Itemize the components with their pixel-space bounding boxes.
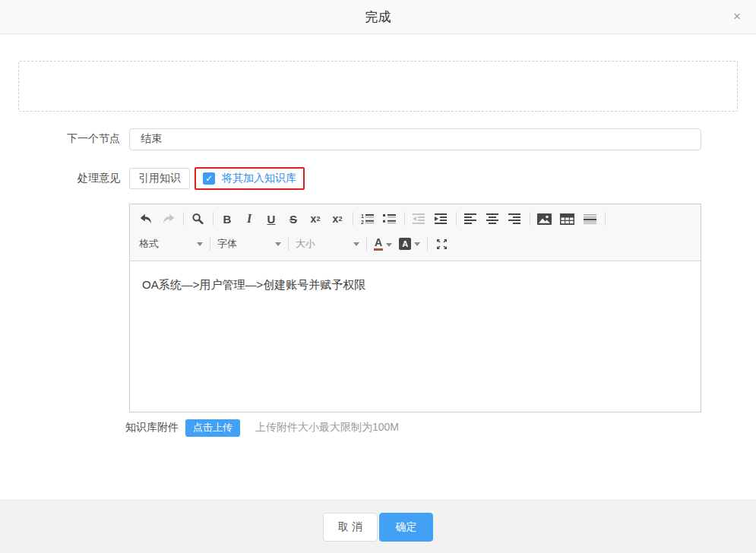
chevron-down-icon [414,242,420,246]
image-icon[interactable] [537,210,552,228]
align-center-icon[interactable] [486,210,499,228]
numbered-list-icon[interactable]: 12 [360,210,374,228]
superscript-icon[interactable]: x2 [331,210,344,228]
editor-content[interactable]: OA系统—>用户管理—>创建账号并赋予权限 [130,261,701,415]
redo-icon[interactable] [161,210,175,228]
rich-text-editor: B I U S x2 x2 12 [129,204,701,412]
add-to-knowledge-base-checkbox[interactable]: ✓ [203,172,215,185]
attachment-row: 知识库附件 点击上传 上传附件大小最大限制为100M [125,419,399,437]
format-select[interactable]: 格式 [139,235,203,253]
next-node-row: 下一个节点 [0,128,756,150]
chevron-down-icon [275,242,281,246]
bulleted-list-icon[interactable] [382,210,396,228]
opinion-row: 处理意见 引用知识 ✓ 将其加入知识库 [0,167,756,190]
chevron-down-icon [386,243,392,247]
toolbar-separator [404,212,405,226]
upload-size-hint: 上传附件大小最大限制为100M [255,421,399,434]
attachment-label: 知识库附件 [125,421,179,434]
size-select-label: 大小 [296,237,315,251]
opinion-label: 处理意见 [0,172,120,185]
size-select[interactable]: 大小 [296,235,359,253]
toolbar-separator [183,212,184,226]
format-select-label: 格式 [139,237,159,251]
toolbar-separator [605,212,606,226]
underline-icon[interactable]: U [264,210,278,228]
toolbar-separator [456,212,457,226]
subscript-base: x [311,213,317,225]
superscript-base: x [333,213,339,225]
toolbar-separator [288,237,289,251]
check-icon: ✓ [205,173,213,184]
toolbar-separator [210,237,210,251]
text-color-button[interactable]: A [374,237,392,251]
add-to-knowledge-base-group: ✓ 将其加入知识库 [195,167,305,190]
background-color-icon: A [399,238,411,250]
align-right-icon[interactable] [508,210,521,228]
dropzone-placeholder [18,61,738,112]
chevron-down-icon [353,242,359,246]
maximize-icon[interactable] [435,235,448,253]
confirm-button[interactable]: 确定 [379,513,433,542]
subscript-icon[interactable]: x2 [308,210,322,228]
background-color-button[interactable]: A [399,238,420,250]
align-left-icon[interactable] [463,210,477,228]
bold-icon[interactable]: B [220,210,234,228]
svg-text:1: 1 [361,213,364,219]
svg-text:2: 2 [361,220,364,225]
toolbar-separator [366,237,367,251]
toolbar-row-2: 格式 字体 大小 A A [139,232,691,256]
subscript-digit: 2 [316,215,320,223]
close-icon[interactable]: × [729,8,745,25]
next-node-input[interactable] [129,128,701,150]
text-color-icon: A [374,237,383,251]
strikethrough-icon[interactable]: S [286,210,300,228]
table-icon[interactable] [560,210,574,228]
indent-icon[interactable] [434,210,448,228]
chevron-down-icon [197,242,203,246]
toolbar-separator [530,212,530,226]
complete-dialog: 完成 × 下一个节点 处理意见 引用知识 ✓ 将其加入知识库 [0,0,756,553]
font-select[interactable]: 字体 [217,235,281,253]
toolbar-row-1: B I U S x2 x2 12 [139,206,691,232]
superscript-digit: 2 [338,215,342,223]
upload-button[interactable]: 点击上传 [185,419,240,437]
next-node-label: 下一个节点 [0,132,120,146]
toolbar-separator [427,237,428,251]
dialog-title: 完成 [0,0,756,34]
horizontal-rule-icon[interactable] [583,210,596,228]
cancel-button[interactable]: 取 消 [323,513,378,542]
undo-icon[interactable] [139,210,153,228]
editor-toolbar: B I U S x2 x2 12 [130,204,701,261]
outdent-icon[interactable] [412,210,425,228]
italic-icon[interactable]: I [242,210,256,228]
find-icon[interactable] [191,210,204,228]
add-to-knowledge-base-label[interactable]: 将其加入知识库 [222,172,296,185]
dialog-footer: 取 消 确定 [0,500,756,553]
toolbar-separator [213,212,214,226]
reference-knowledge-button[interactable]: 引用知识 [129,168,190,189]
font-select-label: 字体 [217,237,237,251]
toolbar-separator [353,212,353,226]
dialog-header: 完成 × [0,0,756,34]
